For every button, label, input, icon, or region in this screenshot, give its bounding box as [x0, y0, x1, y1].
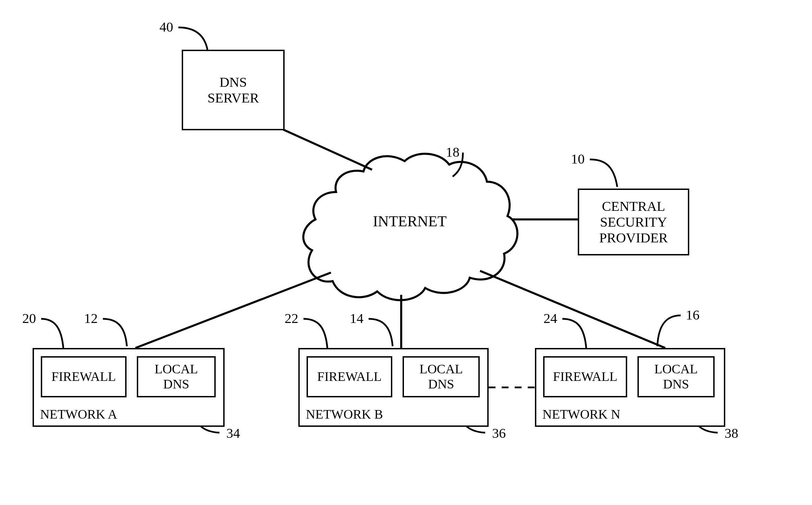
line-cloud-to-net-n — [480, 271, 665, 348]
network-a-firewall-box: FIREWALL — [41, 356, 127, 397]
dns-server-box: DNS SERVER — [182, 50, 285, 130]
network-a-localdns-box: LOCAL DNS — [137, 356, 216, 397]
line-dns-to-cloud — [283, 130, 372, 170]
central-security-provider-box: CENTRAL SECURITY PROVIDER — [578, 189, 689, 255]
network-n-label: NETWORK N — [542, 407, 620, 422]
ref-38: 38 — [725, 425, 738, 441]
ref-24: 24 — [544, 310, 557, 326]
ref-22: 22 — [285, 310, 298, 326]
lead-12 — [103, 319, 127, 346]
lead-10 — [590, 159, 617, 187]
ref-34: 34 — [226, 425, 240, 441]
network-a-box: FIREWALL LOCAL DNS NETWORK A — [33, 348, 225, 427]
ref-20: 20 — [22, 310, 36, 326]
lead-40 — [178, 27, 207, 50]
network-n-box: FIREWALL LOCAL DNS NETWORK N — [535, 348, 725, 427]
lead-20 — [41, 319, 63, 350]
network-a-label: NETWORK A — [40, 407, 117, 422]
connections-svg — [0, 0, 812, 505]
network-n-localdns-box: LOCAL DNS — [637, 356, 715, 397]
ref-12: 12 — [84, 310, 98, 326]
ref-16: 16 — [686, 307, 700, 323]
ref-18: 18 — [446, 144, 459, 160]
network-n-firewall-box: FIREWALL — [543, 356, 627, 397]
ref-40: 40 — [159, 19, 173, 35]
ref-10: 10 — [571, 151, 585, 167]
diagram-stage: INTERNET DNS SERVER CENTRAL SECURITY PRO… — [0, 0, 812, 505]
network-b-firewall-box: FIREWALL — [307, 356, 392, 397]
ref-36: 36 — [492, 425, 506, 441]
line-cloud-to-net-a — [135, 273, 331, 348]
lead-16 — [657, 315, 681, 346]
network-b-localdns-box: LOCAL DNS — [403, 356, 480, 397]
lead-24 — [562, 319, 586, 350]
internet-cloud-label: INTERNET — [370, 213, 449, 230]
network-b-box: FIREWALL LOCAL DNS NETWORK B — [298, 348, 489, 427]
ref-14: 14 — [350, 310, 363, 326]
network-b-label: NETWORK B — [306, 407, 383, 422]
lead-22 — [303, 319, 327, 350]
lead-14 — [369, 319, 393, 346]
